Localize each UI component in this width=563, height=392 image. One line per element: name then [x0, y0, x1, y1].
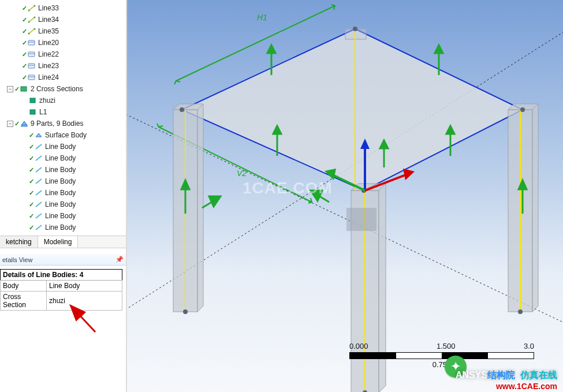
details-panel-header[interactable]: etails View 📌 [0, 254, 126, 266]
check-icon: ✓ [29, 143, 34, 151]
dim-h1-label: H1 [257, 13, 267, 22]
tree-label: Line Body [45, 166, 76, 174]
svg-rect-15 [28, 75, 35, 80]
body-icon [35, 189, 43, 196]
svg-point-1 [28, 10, 30, 12]
pin-icon[interactable]: 📌 [115, 256, 124, 263]
check-icon: ✓ [22, 39, 27, 47]
line-icon [28, 5, 36, 12]
svg-line-26 [36, 191, 42, 195]
svg-point-7 [28, 33, 30, 35]
tree-node-line[interactable]: ✓Line22 [0, 48, 126, 60]
brand-overlay: ANSYS结构院 仿真在线 www.1CAE.com [456, 369, 557, 391]
tree-node-body[interactable]: ✓Line Body [0, 187, 126, 199]
tree-node-cross-sections[interactable]: − ✓ 2 Cross Sections [0, 83, 126, 95]
collapse-icon[interactable]: − [7, 121, 13, 127]
details-title: etails View [2, 256, 32, 263]
brand-suffix: 结构院 [487, 370, 515, 380]
check-icon: ✓ [29, 189, 34, 197]
tree-node-line[interactable]: ✓Line33 [0, 2, 126, 14]
scale-half: 1.500 [437, 342, 456, 350]
tree-label: L1 [39, 108, 47, 116]
svg-point-53 [353, 27, 357, 31]
body-icon [35, 178, 43, 185]
detail-value[interactable]: zhuzi [47, 292, 122, 311]
tree-node-body[interactable]: ✓Line Body [0, 176, 126, 187]
tree-node-line[interactable]: ✓Line24 [0, 72, 126, 83]
line-icon [28, 39, 36, 46]
brand-ansys: ANSYS [456, 370, 487, 380]
tree-node-line[interactable]: ✓Line34 [0, 14, 126, 25]
svg-marker-41 [532, 104, 538, 312]
tree-node-body[interactable]: ✓Line Body [0, 152, 126, 164]
tree-label: Line20 [38, 39, 59, 47]
tree-node-body[interactable]: ✓Line Body [0, 164, 126, 176]
tree-node-line[interactable]: ✓Line23 [0, 60, 126, 72]
scale-start: 0.000 [349, 342, 368, 350]
check-icon: ✓ [14, 120, 20, 128]
check-icon: ✓ [22, 51, 27, 58]
tree-label: zhuzi [39, 96, 55, 104]
tab-modeling[interactable]: Modeling [38, 236, 79, 248]
tree-label: Line Body [45, 223, 76, 232]
tree-label: 2 Cross Sections [31, 85, 83, 93]
body-icon [35, 143, 43, 150]
svg-point-2 [34, 5, 36, 7]
svg-marker-60 [403, 169, 415, 180]
brand-url: www.1CAE.com [456, 382, 557, 391]
line-icon [28, 28, 36, 35]
svg-marker-66 [435, 45, 443, 53]
tree-node-body[interactable]: ✓Line Body [0, 141, 126, 152]
svg-line-6 [29, 29, 35, 33]
svg-point-4 [28, 21, 30, 23]
collapse-icon[interactable]: − [7, 86, 13, 92]
details-table: Details of Line Bodies: 4 Body Line Body… [0, 269, 122, 311]
tree-node-line[interactable]: ✓Line35 [0, 25, 126, 37]
brand-subline: 仿真在线 [520, 370, 557, 380]
check-icon: ✓ [29, 201, 34, 208]
svg-line-0 [29, 6, 35, 10]
svg-rect-20 [21, 125, 27, 126]
tree-node-body[interactable]: ✓Surface Body [0, 129, 126, 141]
tree-node-cross-section[interactable]: L1 [0, 106, 126, 118]
detail-key: Cross Section [1, 292, 47, 311]
outline-tree[interactable]: ✓Line33✓Line34✓Line35✓Line20✓Line22✓Line… [0, 0, 126, 236]
line-icon [28, 51, 36, 58]
svg-line-29 [36, 225, 42, 230]
body-icon [35, 201, 43, 208]
tree-label: Line Body [45, 200, 76, 208]
cross-section-icon [29, 109, 37, 115]
svg-line-23 [36, 156, 42, 160]
tree-node-line[interactable]: ✓Line20 [0, 37, 126, 48]
tree-node-cross-section[interactable]: zhuzi [0, 95, 126, 106]
tree-node-body[interactable]: ✓Line Body [0, 210, 126, 222]
table-row[interactable]: Cross Section zhuzi [1, 292, 122, 311]
viewport-3d[interactable]: H1 V2 [127, 0, 563, 392]
geometry-canvas[interactable]: H1 V2 [127, 0, 563, 392]
svg-marker-21 [36, 133, 42, 137]
tab-sketching[interactable]: ketching [0, 236, 38, 248]
detail-value[interactable]: Line Body [47, 281, 122, 292]
tree-node-parts[interactable]: − ✓ 9 Parts, 9 Bodies [0, 118, 126, 129]
svg-rect-18 [30, 98, 35, 103]
body-icon [35, 166, 43, 173]
body-icon [35, 212, 43, 219]
tree-node-body[interactable]: ✓Line Body [0, 199, 126, 210]
left-panel: ✓Line33✓Line34✓Line35✓Line20✓Line22✓Line… [0, 0, 127, 392]
svg-line-3 [29, 17, 35, 22]
cross-section-group-icon [20, 85, 28, 92]
table-row[interactable]: Body Line Body [1, 281, 122, 292]
check-icon: ✓ [22, 5, 27, 12]
tree-node-body[interactable]: ✓Line Body [0, 222, 126, 233]
tree-label: Line Body [45, 154, 76, 162]
line-icon [28, 62, 36, 69]
check-icon: ✓ [29, 224, 34, 232]
tree-label: Line33 [38, 4, 59, 12]
svg-line-25 [36, 179, 42, 184]
tree-label: Line23 [38, 62, 59, 70]
cross-section-icon [29, 97, 37, 104]
body-icon [35, 224, 43, 231]
svg-point-8 [34, 28, 36, 30]
svg-rect-19 [30, 110, 35, 114]
svg-line-22 [36, 144, 42, 149]
